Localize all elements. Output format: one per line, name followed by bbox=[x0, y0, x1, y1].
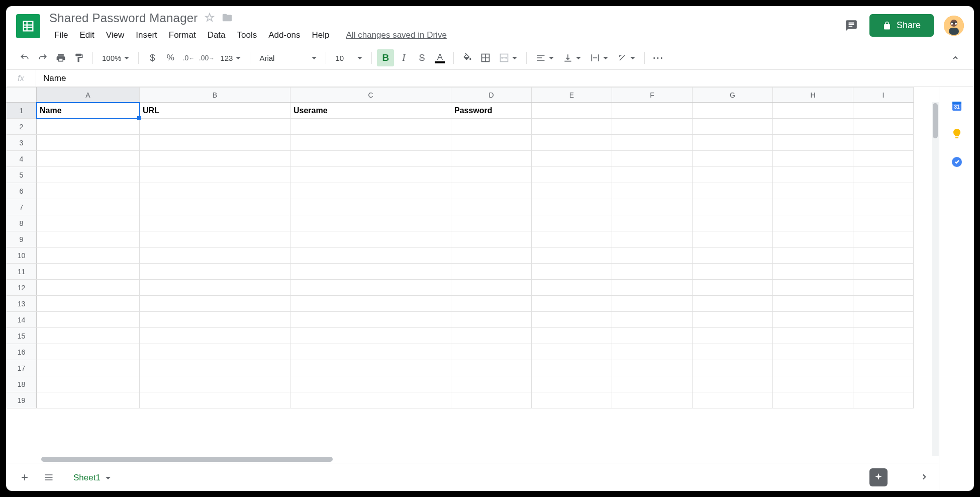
cell-B11[interactable] bbox=[140, 264, 290, 280]
cell-D16[interactable] bbox=[451, 344, 532, 360]
cell-F13[interactable] bbox=[612, 296, 693, 312]
cell-C18[interactable] bbox=[290, 376, 451, 392]
row-header-2[interactable]: 2 bbox=[7, 119, 37, 135]
cell-C4[interactable] bbox=[290, 151, 451, 167]
cell-B13[interactable] bbox=[140, 296, 290, 312]
cell-G13[interactable] bbox=[693, 296, 773, 312]
cell-E5[interactable] bbox=[532, 167, 612, 183]
font-size-dropdown[interactable]: 10 bbox=[331, 49, 366, 66]
menu-tools[interactable]: Tools bbox=[232, 28, 262, 42]
cell-H6[interactable] bbox=[773, 183, 853, 199]
row-header-14[interactable]: 14 bbox=[7, 312, 37, 328]
sheet-tab-menu-icon[interactable] bbox=[106, 477, 111, 479]
cell-F5[interactable] bbox=[612, 167, 693, 183]
cell-I14[interactable] bbox=[853, 312, 914, 328]
share-button[interactable]: Share bbox=[869, 14, 934, 37]
cell-G15[interactable] bbox=[693, 328, 773, 344]
cell-D10[interactable] bbox=[451, 247, 532, 264]
cell-G6[interactable] bbox=[693, 183, 773, 199]
cell-B12[interactable] bbox=[140, 280, 290, 296]
show-side-panel-button[interactable] bbox=[920, 470, 929, 484]
cell-F11[interactable] bbox=[612, 264, 693, 280]
cell-E17[interactable] bbox=[532, 360, 612, 376]
cell-D6[interactable] bbox=[451, 183, 532, 199]
keep-icon[interactable] bbox=[950, 127, 963, 140]
cell-E2[interactable] bbox=[532, 119, 612, 135]
calendar-icon[interactable]: 31 bbox=[950, 99, 963, 112]
cell-B3[interactable] bbox=[140, 135, 290, 151]
text-color-button[interactable]: A bbox=[431, 49, 448, 66]
cell-G17[interactable] bbox=[693, 360, 773, 376]
menu-insert[interactable]: Insert bbox=[131, 28, 162, 42]
cell-H14[interactable] bbox=[773, 312, 853, 328]
row-header-8[interactable]: 8 bbox=[7, 215, 37, 231]
cell-I13[interactable] bbox=[853, 296, 914, 312]
row-header-7[interactable]: 7 bbox=[7, 199, 37, 215]
cell-B16[interactable] bbox=[140, 344, 290, 360]
cell-E16[interactable] bbox=[532, 344, 612, 360]
text-wrap-dropdown[interactable] bbox=[586, 49, 612, 66]
cell-G10[interactable] bbox=[693, 247, 773, 264]
cell-A11[interactable] bbox=[37, 264, 140, 280]
row-header-4[interactable]: 4 bbox=[7, 151, 37, 167]
select-all-corner[interactable] bbox=[7, 88, 37, 103]
cell-G3[interactable] bbox=[693, 135, 773, 151]
cell-E3[interactable] bbox=[532, 135, 612, 151]
cell-H3[interactable] bbox=[773, 135, 853, 151]
row-header-6[interactable]: 6 bbox=[7, 183, 37, 199]
cell-C15[interactable] bbox=[290, 328, 451, 344]
cell-B10[interactable] bbox=[140, 247, 290, 264]
column-header-F[interactable]: F bbox=[612, 88, 693, 103]
cell-B15[interactable] bbox=[140, 328, 290, 344]
collapse-toolbar-button[interactable] bbox=[947, 49, 964, 66]
cell-H15[interactable] bbox=[773, 328, 853, 344]
cell-I8[interactable] bbox=[853, 215, 914, 231]
cell-F19[interactable] bbox=[612, 392, 693, 408]
cell-G18[interactable] bbox=[693, 376, 773, 392]
cell-H13[interactable] bbox=[773, 296, 853, 312]
cell-I7[interactable] bbox=[853, 199, 914, 215]
cell-A1[interactable]: Name bbox=[37, 103, 140, 119]
cell-A14[interactable] bbox=[37, 312, 140, 328]
column-header-I[interactable]: I bbox=[853, 88, 914, 103]
save-status[interactable]: All changes saved in Drive bbox=[346, 30, 447, 40]
cell-A12[interactable] bbox=[37, 280, 140, 296]
cell-A4[interactable] bbox=[37, 151, 140, 167]
column-header-B[interactable]: B bbox=[140, 88, 290, 103]
cell-E18[interactable] bbox=[532, 376, 612, 392]
cell-B19[interactable] bbox=[140, 392, 290, 408]
cell-F18[interactable] bbox=[612, 376, 693, 392]
cell-G5[interactable] bbox=[693, 167, 773, 183]
column-header-D[interactable]: D bbox=[451, 88, 532, 103]
print-button[interactable] bbox=[52, 49, 69, 66]
cell-B9[interactable] bbox=[140, 231, 290, 247]
cell-F15[interactable] bbox=[612, 328, 693, 344]
cell-I19[interactable] bbox=[853, 392, 914, 408]
cell-I2[interactable] bbox=[853, 119, 914, 135]
row-header-17[interactable]: 17 bbox=[7, 360, 37, 376]
cell-C7[interactable] bbox=[290, 199, 451, 215]
cell-G1[interactable] bbox=[693, 103, 773, 119]
menu-help[interactable]: Help bbox=[307, 28, 335, 42]
cell-C13[interactable] bbox=[290, 296, 451, 312]
column-header-C[interactable]: C bbox=[290, 88, 451, 103]
cell-I5[interactable] bbox=[853, 167, 914, 183]
italic-button[interactable]: I bbox=[395, 49, 412, 66]
cell-F6[interactable] bbox=[612, 183, 693, 199]
cell-H2[interactable] bbox=[773, 119, 853, 135]
cell-H5[interactable] bbox=[773, 167, 853, 183]
cell-H8[interactable] bbox=[773, 215, 853, 231]
cell-I15[interactable] bbox=[853, 328, 914, 344]
cell-E4[interactable] bbox=[532, 151, 612, 167]
all-sheets-button[interactable] bbox=[40, 469, 57, 486]
sheets-app-icon[interactable] bbox=[16, 14, 40, 38]
star-icon[interactable] bbox=[205, 13, 215, 24]
cell-G16[interactable] bbox=[693, 344, 773, 360]
cell-B8[interactable] bbox=[140, 215, 290, 231]
redo-button[interactable] bbox=[34, 49, 51, 66]
cell-D3[interactable] bbox=[451, 135, 532, 151]
cell-I4[interactable] bbox=[853, 151, 914, 167]
cell-I11[interactable] bbox=[853, 264, 914, 280]
cell-B2[interactable] bbox=[140, 119, 290, 135]
menu-data[interactable]: Data bbox=[203, 28, 231, 42]
